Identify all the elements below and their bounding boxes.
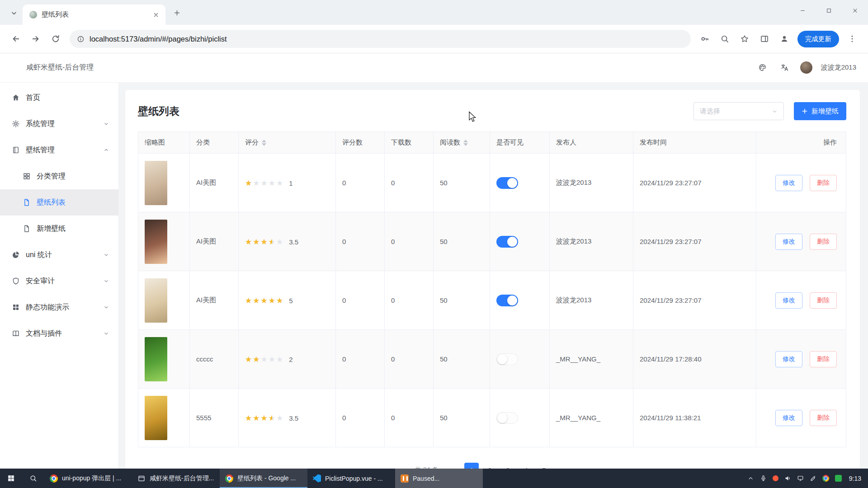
taskbar-app-button[interactable]: 咸虾米壁纸-后台管理... bbox=[132, 469, 220, 488]
sidebar-item-uni-stats[interactable]: uni 统计 bbox=[0, 242, 118, 268]
site-info-icon[interactable] bbox=[77, 35, 85, 43]
delete-button[interactable]: 删除 bbox=[810, 234, 837, 250]
green-app-icon[interactable] bbox=[835, 475, 842, 482]
speaker-icon[interactable] bbox=[784, 475, 791, 482]
rating-cell: ★★★★★★★★★★3.5 bbox=[239, 212, 336, 271]
tab-title: 壁纸列表 bbox=[42, 10, 146, 19]
pagination-page-3[interactable]: 3 bbox=[500, 463, 515, 469]
sidebar-item-docs-plugins[interactable]: 文档与插件 bbox=[0, 320, 118, 347]
wallpaper-table: 缩略图分类评分评分数下载数阅读数是否可见发布人发布时间操作 AI美图★★★★★★… bbox=[138, 131, 846, 447]
pen-icon[interactable] bbox=[810, 475, 816, 482]
chrome-update-button[interactable]: 完成更新 bbox=[797, 31, 839, 47]
edit-button[interactable]: 修改 bbox=[775, 175, 802, 191]
sidebar-item-static-demo[interactable]: 静态功能演示 bbox=[0, 294, 118, 320]
pagination-page-4[interactable]: 4 bbox=[519, 463, 533, 469]
tab-close-icon[interactable] bbox=[151, 9, 161, 20]
window-maximize-button[interactable] bbox=[816, 0, 842, 21]
sidebar-item-category-manage[interactable]: 分类管理 bbox=[0, 163, 118, 189]
star-rating[interactable]: ★★★★★★★★★★ bbox=[245, 179, 284, 187]
sidebar-item-home[interactable]: 首页 bbox=[0, 84, 118, 111]
edit-button[interactable]: 修改 bbox=[775, 351, 802, 367]
rating-cell: ★★★★★★★★★★5 bbox=[239, 271, 336, 330]
apps-icon bbox=[12, 303, 20, 311]
pagination-next-button[interactable]: › bbox=[555, 463, 569, 469]
browser-tab[interactable]: 壁纸列表 bbox=[23, 5, 165, 25]
url-text[interactable]: localhost:5173/admin/#/pages/bizhi/picli… bbox=[90, 35, 227, 43]
theme-button[interactable] bbox=[756, 61, 769, 75]
translate-button[interactable] bbox=[778, 61, 792, 75]
edit-button[interactable]: 修改 bbox=[775, 410, 802, 426]
tab-search-button[interactable] bbox=[6, 5, 22, 21]
column-header[interactable]: 阅读数 bbox=[434, 132, 490, 154]
zoom-button[interactable] bbox=[715, 29, 734, 48]
table-header-row: 缩略图分类评分评分数下载数阅读数是否可见发布人发布时间操作 bbox=[138, 132, 846, 154]
side-panel-button[interactable] bbox=[755, 29, 774, 48]
mic-icon[interactable] bbox=[760, 475, 767, 482]
taskbar-app-button[interactable]: PiclistPopup.vue - ... bbox=[307, 469, 395, 488]
star-rating[interactable]: ★★★★★★★★★★ bbox=[245, 414, 284, 422]
visibility-toggle[interactable] bbox=[496, 236, 518, 248]
category-select[interactable]: 请选择 bbox=[693, 102, 784, 120]
forward-button[interactable] bbox=[26, 29, 45, 48]
sidebar-item-wallpaper[interactable]: 壁纸管理 bbox=[0, 137, 118, 163]
pagination-page-1[interactable]: 1 bbox=[464, 463, 479, 469]
bookmark-button[interactable] bbox=[735, 29, 754, 48]
taskbar-app-button[interactable]: Paused... bbox=[395, 469, 483, 488]
visibility-toggle[interactable] bbox=[496, 353, 518, 365]
red-app-icon[interactable] bbox=[773, 475, 778, 481]
browser-menu-button[interactable] bbox=[843, 29, 862, 48]
sidebar-item-piclist[interactable]: 壁纸列表 bbox=[0, 189, 118, 216]
chevron-up-icon[interactable] bbox=[747, 475, 754, 482]
sort-caret-icon[interactable] bbox=[463, 140, 468, 146]
monitor-icon[interactable] bbox=[797, 475, 804, 482]
delete-button[interactable]: 删除 bbox=[810, 175, 837, 191]
sidebar-item-system[interactable]: 系统管理 bbox=[0, 111, 118, 137]
password-key-button[interactable] bbox=[695, 29, 714, 48]
visibility-toggle[interactable] bbox=[496, 177, 518, 189]
window-minimize-button[interactable] bbox=[789, 0, 816, 21]
window-controls bbox=[789, 0, 868, 21]
column-header[interactable]: 评分 bbox=[239, 132, 336, 154]
thumbnail-portrait-photo[interactable] bbox=[145, 220, 167, 264]
thumbnail-gold-glitter[interactable] bbox=[145, 396, 167, 440]
window-close-button[interactable] bbox=[842, 0, 868, 21]
user-avatar[interactable] bbox=[800, 61, 812, 74]
add-wallpaper-button[interactable]: 新增壁纸 bbox=[794, 102, 846, 120]
sidebar-item-pic-add[interactable]: 新增壁纸 bbox=[0, 216, 118, 242]
sidebar-item-security-audit[interactable]: 安全审计 bbox=[0, 268, 118, 294]
admin-header-right: 波波龙2013 bbox=[756, 61, 856, 75]
visibility-toggle[interactable] bbox=[496, 412, 518, 424]
pagination-prev-button[interactable]: ‹ bbox=[446, 463, 461, 469]
new-tab-button[interactable] bbox=[170, 6, 184, 19]
visibility-toggle[interactable] bbox=[496, 295, 518, 306]
star-rating[interactable]: ★★★★★★★★★★ bbox=[245, 297, 284, 305]
table-row: AI美图★★★★★★★★★★10050波波龙20132024/11/29 23:… bbox=[138, 154, 846, 212]
taskbar-app-button[interactable]: 壁纸列表 - Google ... bbox=[220, 469, 307, 488]
thumbnail-cell bbox=[138, 154, 190, 212]
reload-button[interactable] bbox=[46, 29, 65, 48]
delete-button[interactable]: 删除 bbox=[810, 292, 837, 309]
back-button[interactable] bbox=[6, 29, 25, 48]
star-rating[interactable]: ★★★★★★★★★★ bbox=[245, 356, 284, 363]
thumbnail-blonde-portrait[interactable] bbox=[145, 278, 167, 323]
edit-button[interactable]: 修改 bbox=[775, 292, 802, 309]
start-button[interactable] bbox=[0, 469, 22, 488]
thumbnail-model-photo[interactable] bbox=[145, 161, 167, 205]
header-username[interactable]: 波波龙2013 bbox=[821, 63, 856, 72]
taskbar-clock[interactable]: 9:13 bbox=[849, 475, 861, 482]
sort-caret-icon[interactable] bbox=[262, 140, 266, 146]
column-header-label: 发布人 bbox=[556, 138, 576, 146]
delete-button[interactable]: 删除 bbox=[810, 410, 837, 426]
taskbar-app-button[interactable]: uni-popup 弹出层 | ... bbox=[44, 469, 132, 488]
edit-button[interactable]: 修改 bbox=[775, 234, 802, 250]
address-bar[interactable]: localhost:5173/admin/#/pages/bizhi/picli… bbox=[70, 30, 691, 48]
chrome-icon[interactable] bbox=[822, 475, 829, 482]
profile-button[interactable] bbox=[775, 29, 794, 48]
profile-icon bbox=[780, 34, 789, 43]
delete-button[interactable]: 删除 bbox=[810, 351, 837, 367]
star-rating[interactable]: ★★★★★★★★★★ bbox=[245, 238, 284, 246]
taskbar-search-button[interactable] bbox=[22, 469, 44, 488]
pagination-page-2[interactable]: 2 bbox=[482, 463, 497, 469]
thumbnail-green-leaf[interactable] bbox=[145, 337, 167, 381]
pagination-page-5[interactable]: 5 bbox=[537, 463, 551, 469]
